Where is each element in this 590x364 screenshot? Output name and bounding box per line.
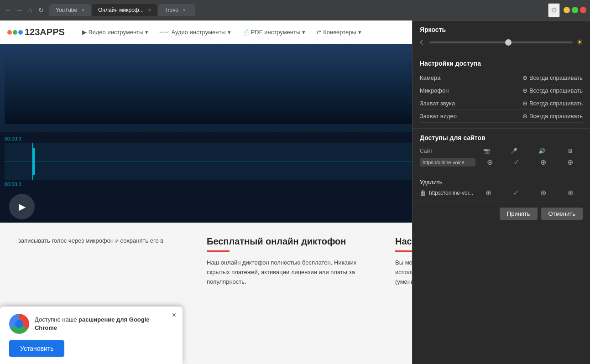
sound-plus-icon: ⊕ [522, 100, 527, 107]
del-mic-btn[interactable]: ✓ [503, 188, 528, 197]
logo-dot-red [7, 30, 12, 35]
moon-icon: ☾ [420, 39, 426, 46]
mic-plus-icon: ⊕ [522, 87, 527, 94]
accept-button[interactable]: Принять [500, 208, 538, 220]
audio-icon: 〰〰 [159, 30, 169, 35]
nav-pdf-arrow: ▾ [302, 29, 305, 36]
mid-text: Наш онлайн диктофон полностью бесплатен.… [207, 258, 377, 286]
trash-icon: 🗑 [420, 189, 426, 197]
nav-buttons: ← → ⌂ ↻ [4, 5, 46, 15]
site-mic-btn[interactable]: ✓ [504, 158, 529, 166]
del-screen-btn[interactable]: ⊕ [558, 188, 583, 197]
camera-value: ⊕ Всегда спрашивать [522, 74, 583, 81]
sound-header-icon: 🔊 [529, 148, 555, 154]
browser-chrome: ← → ⌂ ↻ YouTube × Онлайн микроф... × Tro… [0, 0, 590, 21]
nav-video-tools[interactable]: ▶ Видео инструменты ▾ [78, 26, 153, 38]
video-value: ⊕ Всегда спрашивать [522, 113, 583, 120]
popup-title-text: Доступно наше [35, 316, 78, 323]
logo: 123APPS [7, 27, 65, 37]
site-cam-btn[interactable]: ⊕ [477, 158, 502, 166]
camera-plus-icon: ⊕ [522, 74, 527, 81]
site-col-label: Сайт [420, 148, 472, 154]
waveform-bar [33, 148, 35, 175]
brightness-section: Яркость ☾ ☀ [412, 21, 590, 54]
tabs-container: YouTube × Онлайн микроф... × Trovo × [49, 4, 544, 16]
minimize-button[interactable] [564, 7, 570, 13]
tab-youtube-close[interactable]: × [82, 8, 84, 13]
chrome-extension-popup: × Доступно наше расширение для Google Ch… [0, 307, 183, 364]
tab-online-mic-close[interactable]: × [148, 8, 151, 13]
video-plus-icon: ⊕ [522, 113, 527, 120]
tab-youtube[interactable]: YouTube × [49, 4, 91, 16]
sites-header: Сайт 📷 🎤 🔊 🖥 [420, 146, 583, 156]
nav-audio-arrow: ▾ [228, 29, 231, 36]
brightness-row: ☾ ☀ [420, 38, 583, 47]
delete-label: Удалить [420, 179, 583, 186]
video-label: Захват видео [420, 113, 457, 120]
sound-label: Захват звука [420, 100, 455, 107]
tab-trovo-close[interactable]: × [183, 8, 186, 13]
access-title: Настройки доступа [420, 60, 583, 67]
video-icon: ▶ [82, 29, 87, 36]
back-button[interactable]: ← [4, 5, 13, 15]
forward-button[interactable]: → [15, 5, 24, 15]
site-sound-btn[interactable]: ⊕ [531, 158, 556, 166]
maximize-button[interactable] [572, 7, 578, 13]
del-sound-btn[interactable]: ⊕ [531, 188, 555, 197]
nav-converters[interactable]: ⇄ Конвертеры ▾ [312, 26, 366, 38]
tab-trovo-label: Trovo [165, 7, 178, 13]
popup-header: Доступно наше расширение для Google Chro… [9, 314, 173, 334]
sound-value: ⊕ Всегда спрашивать [522, 100, 583, 107]
tab-youtube-label: YouTube [56, 7, 77, 13]
sites-row-1: https://online-voice- ⊕ ✓ ⊕ ⊕ [420, 156, 583, 168]
nav-video-label: Видео инструменты [89, 29, 144, 36]
site-screen-btn[interactable]: ⊕ [558, 158, 583, 166]
brightness-thumb[interactable] [505, 39, 512, 46]
pdf-icon: 📄 [242, 29, 249, 36]
nav-audio-tools[interactable]: 〰〰 Аудио инструменты ▾ [155, 26, 235, 38]
nav-video-arrow: ▾ [145, 29, 148, 36]
settings-panel: Яркость ☾ ☀ Настройки доступа Камера ⊕ В… [412, 21, 590, 364]
popup-install-button[interactable]: Установить [9, 340, 64, 357]
nav-converters-arrow: ▾ [358, 29, 361, 36]
nav-converters-label: Конвертеры [323, 29, 356, 36]
delete-site-url: https://online-voi... [429, 190, 473, 196]
sites-title: Доступы для сайтов [420, 134, 583, 141]
site-url-1: https://online-voice- [420, 158, 475, 166]
mic-header-icon: 🎤 [501, 148, 527, 154]
play-button[interactable]: ▶ [9, 194, 35, 219]
popup-close-button[interactable]: × [172, 311, 176, 319]
tab-trovo[interactable]: Trovo × [158, 4, 195, 16]
tab-online-mic[interactable]: Онлайн микроф... × [92, 4, 157, 16]
chrome-icon [9, 314, 29, 334]
nav-pdf-tools[interactable]: 📄 PDF инструменты ▾ [237, 26, 310, 38]
play-icon: ▶ [19, 201, 26, 212]
action-buttons: Принять Отменить [412, 202, 590, 225]
close-button[interactable] [580, 7, 586, 13]
main-container: 123APPS ▶ Видео инструменты ▾ 〰〰 Аудио и… [0, 21, 590, 364]
delete-row: 🗑 https://online-voi... ⊕ ✓ ⊕ ⊕ [420, 188, 583, 197]
access-row-camera: Камера ⊕ Всегда спрашивать [420, 72, 583, 84]
cam-header-icon: 📷 [474, 148, 500, 154]
nav-pdf-label: PDF инструменты [251, 29, 301, 36]
mid-underline [207, 250, 230, 252]
access-row-sound: Захват звука ⊕ Всегда спрашивать [420, 97, 583, 110]
home-button[interactable]: ⌂ [26, 5, 35, 15]
video-value-text: Всегда спрашивать [529, 113, 583, 120]
cancel-button[interactable]: Отменить [541, 208, 583, 220]
access-section: Настройки доступа Камера ⊕ Всегда спраши… [412, 54, 590, 129]
chrome-icon-inner [15, 320, 23, 328]
lower-mid: Бесплатный онлайн диктофон Наш онлайн ди… [207, 236, 377, 350]
browser-settings-button[interactable]: ⚙ [548, 3, 560, 17]
mic-value-text: Всегда спрашивать [529, 87, 583, 94]
refresh-button[interactable]: ↻ [37, 5, 46, 15]
popup-title: Доступно наше расширение для Google Chro… [35, 316, 173, 332]
access-row-mic: Микрофон ⊕ Всегда спрашивать [420, 84, 583, 97]
sun-icon: ☀ [576, 38, 583, 47]
del-cam-btn[interactable]: ⊕ [476, 188, 501, 197]
camera-value-text: Всегда спрашивать [529, 74, 583, 81]
access-row-video: Захват видео ⊕ Всегда спрашивать [420, 110, 583, 123]
sound-value-text: Всегда спрашивать [529, 100, 583, 107]
window-controls [564, 7, 586, 13]
brightness-slider[interactable] [429, 42, 573, 43]
